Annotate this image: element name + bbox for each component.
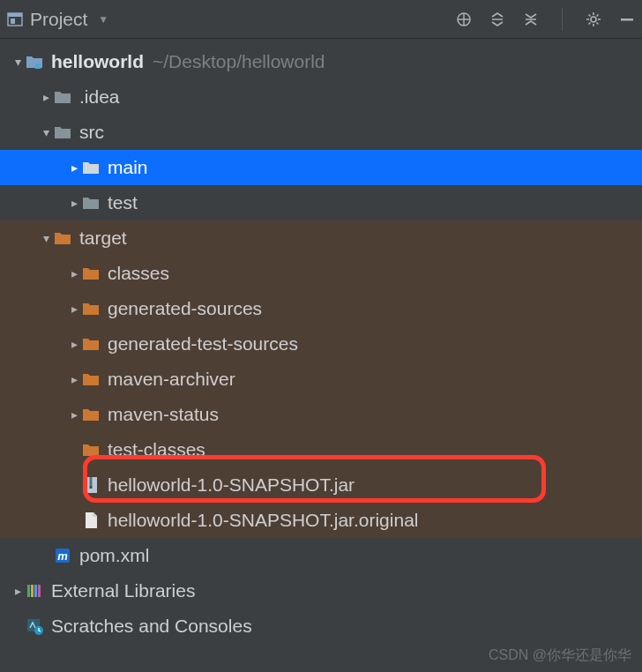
- folder-icon: [81, 193, 101, 213]
- node-label: generated-test-sources: [108, 333, 298, 355]
- collapse-all-icon[interactable]: [523, 11, 539, 27]
- folder-icon: [53, 123, 72, 142]
- node-path: ~/Desktop/helloworld: [153, 51, 325, 72]
- tree-node-jar-original[interactable]: helloworld-1.0-SNAPSHOT.jar.original: [0, 503, 642, 538]
- tree-node-idea[interactable]: ▸ .idea: [0, 79, 642, 115]
- archive-icon: [81, 475, 101, 495]
- svg-rect-16: [35, 63, 41, 69]
- chevron-down-icon: ▾: [11, 55, 25, 69]
- folder-icon: [81, 158, 101, 177]
- view-selector[interactable]: Project ▼: [7, 9, 108, 30]
- project-toolbar: Project ▼: [0, 0, 642, 39]
- watermark-text: CSDN @你华还是你华: [489, 646, 631, 665]
- node-label: helloworld-1.0-SNAPSHOT.jar: [108, 474, 355, 496]
- svg-line-11: [589, 14, 591, 16]
- excluded-folder-icon: [81, 299, 101, 318]
- toolbar-actions: [456, 8, 635, 31]
- svg-rect-19: [90, 486, 93, 489]
- tree-node-scratches[interactable]: Scratches and Consoles: [0, 609, 642, 644]
- chevron-right-icon: ▸: [67, 302, 81, 316]
- excluded-folder-icon: [81, 264, 101, 283]
- svg-rect-1: [8, 13, 22, 17]
- folder-icon: [53, 87, 72, 107]
- tree-node-pom[interactable]: m pom.xml: [0, 538, 642, 573]
- svg-rect-23: [31, 585, 34, 597]
- svg-rect-15: [621, 19, 633, 21]
- node-label: pom.xml: [79, 545, 149, 566]
- svg-rect-22: [27, 585, 30, 597]
- svg-line-13: [589, 22, 591, 24]
- node-label: main: [108, 157, 148, 178]
- tree-node-generated-test-sources[interactable]: ▸ generated-test-sources: [0, 326, 642, 362]
- select-opened-file-icon[interactable]: [456, 11, 472, 27]
- node-label: test: [108, 192, 138, 213]
- chevron-right-icon: ▸: [67, 372, 81, 386]
- chevron-right-icon: ▸: [67, 266, 81, 280]
- svg-point-6: [591, 17, 596, 22]
- expand-all-icon[interactable]: [489, 11, 505, 27]
- svg-rect-18: [90, 477, 93, 486]
- chevron-right-icon: ▸: [67, 161, 81, 175]
- excluded-folder-icon: [81, 440, 101, 459]
- svg-rect-2: [11, 19, 15, 24]
- tree-node-project-root[interactable]: ▾ helloworld ~/Desktop/helloworld: [0, 44, 642, 79]
- svg-text:m: m: [57, 549, 68, 563]
- chevron-right-icon: ▸: [67, 337, 81, 351]
- node-label: helloworld: [51, 51, 144, 72]
- node-label: src: [79, 122, 104, 143]
- project-tree[interactable]: ▾ helloworld ~/Desktop/helloworld ▸ .ide…: [0, 39, 642, 644]
- tree-node-maven-archiver[interactable]: ▸ maven-archiver: [0, 362, 642, 397]
- node-label: External Libraries: [51, 580, 195, 601]
- project-tool-window: Project ▼ ▾: [0, 0, 642, 672]
- node-label: maven-status: [108, 404, 219, 425]
- tree-node-test-classes[interactable]: test-classes: [0, 432, 642, 467]
- module-folder-icon: [25, 52, 44, 71]
- excluded-folder-icon: [81, 334, 101, 354]
- node-label: test-classes: [108, 439, 205, 460]
- chevron-right-icon: ▸: [67, 407, 81, 422]
- svg-rect-24: [34, 585, 37, 597]
- tree-node-maven-status[interactable]: ▸ maven-status: [0, 397, 642, 432]
- tree-node-test[interactable]: ▸ test: [0, 185, 642, 220]
- view-label: Project: [30, 9, 87, 30]
- svg-rect-25: [38, 585, 41, 597]
- chevron-down-icon: ▼: [98, 13, 108, 26]
- node-label: classes: [108, 263, 169, 284]
- gear-icon[interactable]: [586, 11, 601, 27]
- tree-node-external-libraries[interactable]: ▸ External Libraries: [0, 573, 642, 609]
- node-label: generated-sources: [108, 298, 262, 319]
- file-icon: [81, 511, 101, 530]
- tree-node-generated-sources[interactable]: ▸ generated-sources: [0, 291, 642, 326]
- svg-line-14: [597, 14, 599, 16]
- toolbar-divider: [562, 8, 563, 31]
- chevron-right-icon: ▸: [11, 584, 25, 598]
- window-icon: [7, 11, 23, 27]
- chevron-down-icon: ▾: [39, 231, 53, 245]
- node-label: helloworld-1.0-SNAPSHOT.jar.original: [108, 510, 418, 531]
- excluded-folder-icon: [81, 370, 101, 389]
- chevron-down-icon: ▾: [39, 125, 53, 139]
- node-label: Scratches and Consoles: [51, 616, 252, 637]
- excluded-folder-icon: [53, 228, 72, 248]
- tree-node-jar[interactable]: helloworld-1.0-SNAPSHOT.jar: [0, 467, 642, 503]
- scratches-icon: [25, 616, 44, 636]
- chevron-right-icon: ▸: [39, 90, 53, 104]
- maven-icon: m: [53, 546, 72, 565]
- node-label: maven-archiver: [108, 369, 235, 390]
- tree-node-main[interactable]: ▸ main: [0, 150, 642, 185]
- tree-node-classes[interactable]: ▸ classes: [0, 256, 642, 291]
- tree-node-target[interactable]: ▾ target: [0, 220, 642, 256]
- hide-icon[interactable]: [619, 11, 635, 27]
- chevron-right-icon: ▸: [67, 196, 81, 210]
- node-label: target: [79, 228, 127, 249]
- svg-line-12: [597, 22, 599, 24]
- node-label: .idea: [79, 86, 120, 108]
- excluded-folder-icon: [81, 405, 101, 424]
- tree-node-src[interactable]: ▾ src: [0, 115, 642, 150]
- library-icon: [25, 581, 44, 601]
